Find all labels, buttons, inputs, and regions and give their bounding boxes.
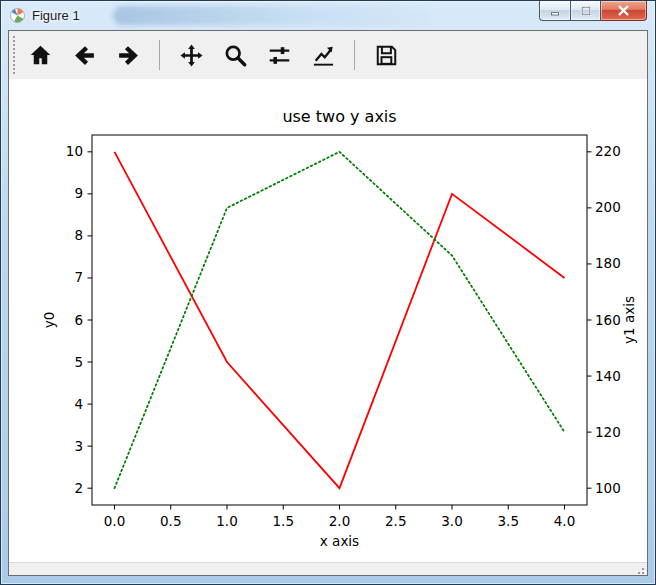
x-tick-label: 1.5 — [273, 513, 294, 529]
x-tick-label: 1.0 — [216, 513, 237, 529]
y-right-tick-label: 220 — [595, 143, 621, 159]
figure-canvas[interactable]: 0.00.51.01.52.02.53.03.54.02345678910100… — [9, 79, 647, 562]
y-right-tick-label: 160 — [595, 312, 621, 328]
y-right-axis-label: y1 axis — [621, 296, 637, 344]
y-left-tick-label: 8 — [74, 227, 83, 243]
configure-subplots-icon — [267, 43, 292, 68]
resize-grip[interactable] — [634, 568, 645, 576]
y-right-tick-label: 180 — [595, 255, 621, 271]
close-icon — [617, 4, 630, 17]
pan-icon — [179, 43, 204, 68]
client-area: 0.00.51.01.52.02.53.03.54.02345678910100… — [8, 30, 648, 576]
maximize-icon — [580, 5, 592, 17]
x-axis-label: x axis — [320, 533, 359, 549]
x-tick-label: 0.0 — [104, 513, 125, 529]
y-left-tick-label: 7 — [74, 269, 83, 285]
axes-frame — [92, 135, 587, 505]
close-button[interactable] — [601, 1, 647, 21]
save-icon — [374, 43, 399, 68]
y-left-axis-label: y0 — [41, 312, 57, 329]
y-left-tick-label: 5 — [74, 354, 83, 370]
status-bar — [9, 562, 647, 576]
y-left-tick-label: 3 — [74, 438, 83, 454]
navigation-toolbar — [9, 31, 647, 79]
minimize-icon — [549, 5, 561, 17]
toolbar-button-home[interactable] — [19, 34, 61, 76]
y-right-tick-label: 140 — [595, 368, 621, 384]
glass-reflection — [113, 6, 433, 25]
toolbar-separator — [159, 40, 160, 70]
x-tick-label: 4.0 — [554, 513, 575, 529]
matplotlib-app-icon — [10, 8, 25, 23]
edit-parameters-icon — [311, 43, 336, 68]
y-right-tick-label: 120 — [595, 424, 621, 440]
toolbar-button-pan[interactable] — [170, 34, 212, 76]
toolbar-button-save[interactable] — [365, 34, 407, 76]
chart-title: use two y axis — [282, 107, 396, 126]
caption-buttons — [539, 1, 647, 21]
zoom-icon — [223, 43, 248, 68]
toolbar-drag-handle[interactable] — [13, 36, 18, 74]
y-left-tick-label: 4 — [74, 396, 83, 412]
toolbar-button-back[interactable] — [63, 34, 105, 76]
toolbar-button-forward[interactable] — [107, 34, 149, 76]
y-right-tick-label: 200 — [595, 199, 621, 215]
toolbar-separator — [354, 40, 355, 70]
home-icon — [28, 43, 53, 68]
two-y-axis-chart: 0.00.51.01.52.02.53.03.54.02345678910100… — [9, 79, 648, 558]
x-tick-label: 2.5 — [385, 513, 406, 529]
x-tick-label: 3.5 — [498, 513, 519, 529]
toolbar-button-configure-subplots[interactable] — [258, 34, 300, 76]
x-tick-label: 0.5 — [160, 513, 181, 529]
minimize-button[interactable] — [539, 1, 571, 21]
x-tick-label: 3.0 — [441, 513, 462, 529]
y-left-tick-label: 9 — [74, 185, 83, 201]
back-icon — [72, 43, 97, 68]
x-tick-label: 2.0 — [329, 513, 350, 529]
maximize-button[interactable] — [571, 1, 601, 21]
toolbar-button-edit-parameters[interactable] — [302, 34, 344, 76]
toolbar-button-zoom[interactable] — [214, 34, 256, 76]
y-left-tick-label: 2 — [74, 480, 83, 496]
y-right-tick-label: 100 — [595, 480, 621, 496]
y-left-tick-label: 10 — [66, 143, 83, 159]
title-bar[interactable]: Figure 1 — [1, 1, 655, 30]
figure-window: Figure 1 — [0, 0, 656, 585]
forward-icon — [116, 43, 141, 68]
y-left-tick-label: 6 — [74, 312, 83, 328]
window-title: Figure 1 — [32, 8, 80, 23]
